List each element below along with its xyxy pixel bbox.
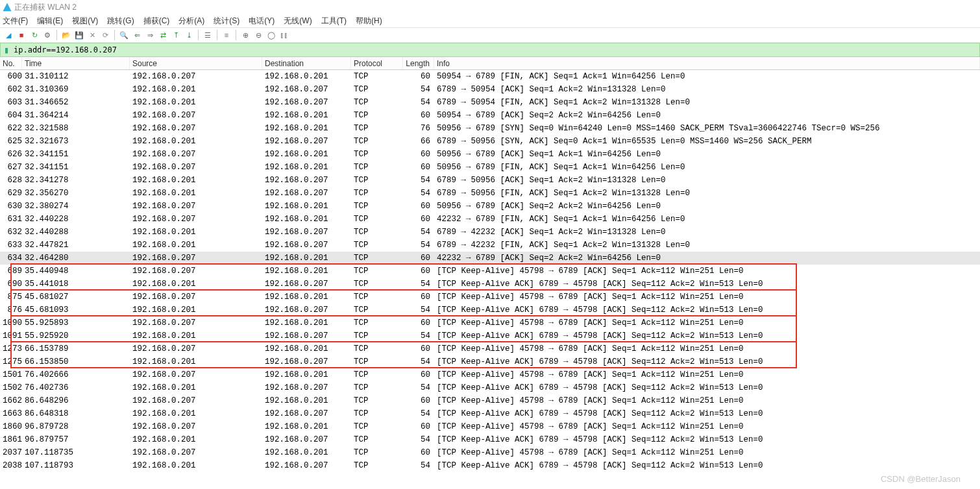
table-row[interactable]: 150176.402666192.168.0.207192.168.0.201T…: [0, 368, 980, 381]
table-row[interactable]: 60331.346652192.168.0.201192.168.0.207TC…: [0, 96, 980, 109]
go-first-icon[interactable]: ⤒: [170, 29, 182, 41]
menu-item-2[interactable]: 视图(V): [72, 16, 98, 27]
table-row[interactable]: 186196.879757192.168.0.201192.168.0.207T…: [0, 433, 980, 446]
cell: 35.440948: [22, 265, 130, 278]
table-row[interactable]: 62832.341278192.168.0.201192.168.0.207TC…: [0, 174, 980, 187]
save-file-icon[interactable]: 💾: [73, 29, 85, 41]
menu-item-1[interactable]: 编辑(E): [37, 16, 63, 27]
table-row[interactable]: 87545.681027192.168.0.207192.168.0.201TC…: [0, 291, 980, 304]
cell: 192.168.0.207: [130, 446, 262, 459]
table-row[interactable]: 60231.310369192.168.0.201192.168.0.207TC…: [0, 83, 980, 96]
table-row[interactable]: 62932.356270192.168.0.201192.168.0.207TC…: [0, 187, 980, 200]
cell: 632: [0, 226, 22, 239]
col-no[interactable]: No.: [0, 57, 22, 69]
table-row[interactable]: 127366.153789192.168.0.207192.168.0.201T…: [0, 342, 980, 355]
cell: 76.402666: [22, 368, 130, 381]
cell: 192.168.0.207: [262, 329, 351, 342]
col-len[interactable]: Length: [403, 57, 434, 69]
menu-item-6[interactable]: 统计(S): [214, 16, 239, 27]
cell: TCP: [351, 381, 403, 394]
table-row[interactable]: 68935.440948192.168.0.207192.168.0.201TC…: [0, 265, 980, 278]
table-row[interactable]: 166286.648296192.168.0.207192.168.0.201T…: [0, 394, 980, 407]
cell: 50956 → 6789 [ACK] Seq=1 Ack=1 Win=64256…: [434, 148, 980, 161]
table-row[interactable]: 87645.681093192.168.0.201192.168.0.207TC…: [0, 304, 980, 316]
reload-icon[interactable]: ⟳: [99, 29, 111, 41]
go-to-packet-icon[interactable]: ⇄: [157, 29, 169, 41]
menu-item-0[interactable]: 文件(F): [3, 16, 28, 27]
table-row[interactable]: 150276.402736192.168.0.201192.168.0.207T…: [0, 381, 980, 394]
cell: 66.153850: [22, 355, 130, 368]
zoom-in-icon[interactable]: ⊕: [239, 29, 251, 41]
cell: 6789 → 50956 [SYN, ACK] Seq=0 Ack=1 Win=…: [434, 135, 980, 148]
table-row[interactable]: 62232.321588192.168.0.207192.168.0.201TC…: [0, 122, 980, 135]
cell: 633: [0, 239, 22, 252]
auto-scroll-icon[interactable]: ☰: [202, 29, 214, 41]
table-row[interactable]: 63432.464280192.168.0.207192.168.0.201TC…: [0, 252, 980, 265]
capture-options-icon[interactable]: ⚙: [42, 29, 53, 41]
cell: 1662: [0, 394, 22, 407]
menu-item-9[interactable]: 工具(T): [321, 16, 347, 27]
menu-item-8[interactable]: 无线(W): [284, 16, 312, 27]
menu-item-3[interactable]: 跳转(G): [107, 16, 134, 27]
table-row[interactable]: 186096.879728192.168.0.207192.168.0.201T…: [0, 420, 980, 433]
table-row[interactable]: 2037107.118735192.168.0.207192.168.0.201…: [0, 446, 980, 459]
table-row[interactable]: 60031.310112192.168.0.207192.168.0.201TC…: [0, 70, 980, 83]
menu-item-4[interactable]: 捕获(C): [143, 16, 170, 27]
open-file-icon[interactable]: 📂: [60, 29, 72, 41]
table-row[interactable]: 109155.925920192.168.0.201192.168.0.207T…: [0, 329, 980, 342]
table-row[interactable]: 60431.364214192.168.0.207192.168.0.201TC…: [0, 109, 980, 122]
table-row[interactable]: 109055.925893192.168.0.207192.168.0.201T…: [0, 316, 980, 329]
restart-capture-icon[interactable]: ↻: [29, 29, 40, 41]
col-src[interactable]: Source: [130, 57, 262, 69]
go-forward-icon[interactable]: ⇒: [144, 29, 156, 41]
cell: 192.168.0.201: [130, 355, 262, 368]
start-capture-icon[interactable]: ◢: [3, 29, 14, 41]
cell: [TCP Keep-Alive] 45798 → 6789 [ACK] Seq=…: [434, 265, 980, 278]
col-prot[interactable]: Protocol: [351, 57, 403, 69]
table-row[interactable]: 62632.341151192.168.0.207192.168.0.201TC…: [0, 148, 980, 161]
display-filter-input[interactable]: [12, 43, 979, 56]
cell: 6789 → 50954 [ACK] Seq=1 Ack=2 Win=13132…: [434, 83, 980, 96]
cell: TCP: [351, 187, 403, 200]
separator: [236, 30, 236, 40]
packet-list[interactable]: 60031.310112192.168.0.207192.168.0.201TC…: [0, 70, 980, 472]
cell: 689: [0, 265, 22, 278]
go-back-icon[interactable]: ⇐: [131, 29, 143, 41]
table-row[interactable]: 166386.648318192.168.0.201192.168.0.207T…: [0, 407, 980, 420]
colorize-icon[interactable]: ≡: [221, 29, 232, 41]
col-time[interactable]: Time: [22, 57, 130, 69]
table-row[interactable]: 62732.341151192.168.0.207192.168.0.201TC…: [0, 161, 980, 174]
col-dst[interactable]: Destination: [262, 57, 351, 69]
menu-item-10[interactable]: 帮助(H): [356, 16, 382, 27]
cell: 50956 → 6789 [SYN] Seq=0 Win=64240 Len=0…: [434, 122, 980, 135]
stop-capture-icon[interactable]: ■: [16, 29, 27, 41]
find-packet-icon[interactable]: 🔍: [118, 29, 130, 41]
menu-item-5[interactable]: 分析(A): [178, 16, 204, 27]
resize-columns-icon[interactable]: ⫿⫿: [278, 29, 290, 41]
go-last-icon[interactable]: ⤓: [183, 29, 195, 41]
table-row[interactable]: 63332.447821192.168.0.201192.168.0.207TC…: [0, 239, 980, 252]
table-row[interactable]: 69035.441018192.168.0.201192.168.0.207TC…: [0, 278, 980, 291]
bookmark-icon[interactable]: ▮: [1, 44, 12, 56]
cell: 54: [403, 96, 434, 109]
cell: 192.168.0.201: [130, 83, 262, 96]
cell: 192.168.0.201: [262, 394, 351, 407]
table-row[interactable]: 63032.380274192.168.0.207192.168.0.201TC…: [0, 200, 980, 213]
table-row[interactable]: 63132.440228192.168.0.207192.168.0.201TC…: [0, 213, 980, 226]
table-row[interactable]: 127566.153850192.168.0.201192.168.0.207T…: [0, 355, 980, 368]
cell: TCP: [351, 394, 403, 407]
cell: [TCP Keep-Alive ACK] 6789 → 45798 [ACK] …: [434, 381, 980, 394]
separator: [217, 30, 217, 40]
table-row[interactable]: 62532.321673192.168.0.201192.168.0.207TC…: [0, 135, 980, 148]
table-row[interactable]: 2038107.118793192.168.0.201192.168.0.207…: [0, 459, 980, 472]
zoom-out-icon[interactable]: ⊖: [252, 29, 264, 41]
close-file-icon[interactable]: ✕: [86, 29, 98, 41]
cell: 2037: [0, 446, 22, 459]
col-info[interactable]: Info: [434, 57, 980, 69]
cell: [TCP Keep-Alive ACK] 6789 → 45798 [ACK] …: [434, 433, 980, 446]
cell: 32.321673: [22, 135, 130, 148]
cell: 603: [0, 96, 22, 109]
menu-item-7[interactable]: 电话(Y): [249, 16, 275, 27]
zoom-reset-icon[interactable]: ◯: [265, 29, 277, 41]
table-row[interactable]: 63232.440288192.168.0.201192.168.0.207TC…: [0, 226, 980, 239]
